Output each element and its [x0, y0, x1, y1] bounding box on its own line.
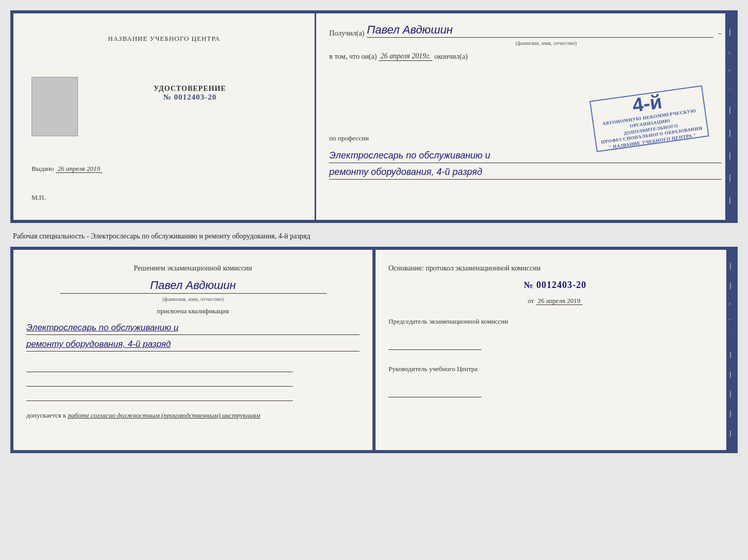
fio-label-top: (фамилия, имя, отчество) — [370, 40, 722, 46]
dopuskaetsya-block: допускается к работе согласно должностны… — [26, 411, 360, 420]
spine-dash-3 — [729, 130, 730, 137]
spine-letter-a: а — [727, 69, 733, 72]
doc-right: Получил(а) Павел Авдюшин – (фамилия, имя… — [316, 13, 735, 220]
vydano-block: Выдано 26 апреля 2019 — [26, 165, 302, 173]
udostoverenie-title: УДОСТОВЕРЕНИЕ — [78, 85, 302, 93]
mp-block: М.П. — [26, 194, 45, 202]
sig-lines — [26, 362, 360, 401]
profession-value2: ремонту оборудования, 4-й разряд — [329, 165, 722, 180]
ot-date: от 26 апреля 2019 — [388, 297, 722, 305]
spine-dash-6 — [729, 197, 730, 204]
qualification-value2: ремонту оборудования, 4-й разряд — [26, 337, 360, 351]
spine-bottom-right: и а ← — [726, 250, 735, 450]
vtom-date: 26 апреля 2019г. — [379, 52, 432, 61]
protocol-number: № 0012403-20 — [388, 280, 722, 291]
doc-left: НАЗВАНИЕ УЧЕБНОГО ЦЕНТРА УДОСТОВЕРЕНИЕ №… — [13, 13, 316, 220]
vydano-date: 26 апреля 2019 — [56, 165, 102, 173]
bottom-left: Решением экзаменационной комиссии Павел … — [10, 247, 374, 453]
vtom-line: в том, что он(а) 26 апреля 2019г. окончи… — [329, 52, 722, 61]
spine-dash-5 — [729, 174, 730, 182]
poluchil-line: Получил(а) Павел Авдюшин – — [329, 24, 722, 38]
poluchil-name: Павел Авдюшин — [367, 24, 713, 38]
bottom-right: Основание: протокол экзаменационной коми… — [374, 247, 738, 453]
top-document: НАЗВАНИЕ УЧЕБНОГО ЦЕНТРА УДОСТОВЕРЕНИЕ №… — [10, 10, 738, 223]
okonchil: окончил(а) — [434, 53, 468, 61]
rukovoditel-block: Руководитель учебного Центра — [388, 364, 722, 400]
sig-line-1 — [26, 362, 293, 372]
sig-line-3 — [26, 391, 293, 401]
person-name-large: Павел Авдюшин — [60, 279, 326, 294]
center-name-top: НАЗВАНИЕ УЧЕБНОГО ЦЕНТРА — [108, 34, 220, 43]
spine-letter-i: и — [727, 52, 733, 54]
chairman-block: Председатель экзаменационной комиссии — [388, 316, 722, 353]
dopusk-prefix: допускается к — [26, 411, 66, 419]
spine-dash-2 — [729, 107, 730, 114]
dopusk-italic: работе согласно должностным (производств… — [68, 411, 260, 419]
spine-dash-4 — [729, 152, 730, 159]
ot-date-value: 26 апреля 2019 — [536, 297, 583, 305]
bottom-documents: Решением экзаменационной комиссии Павел … — [10, 247, 738, 453]
spine-right: и а ← — [725, 13, 735, 220]
rukovoditel-label: Руководитель учебного Центра — [388, 364, 722, 374]
ot-label: от — [527, 297, 534, 305]
sig-line-2 — [26, 376, 293, 387]
fio-label-bottom: (фамилия, имя, отчество) — [162, 296, 224, 302]
profession-value1: Электрослесарь по обслуживанию и — [329, 149, 722, 163]
spine-letter-arrow: ← — [727, 87, 733, 91]
page-wrapper: НАЗВАНИЕ УЧЕБНОГО ЦЕНТРА УДОСТОВЕРЕНИЕ №… — [10, 10, 738, 453]
vydano-label: Выдано — [32, 165, 54, 172]
separator-text: Рабочая специальность - Электрослесарь п… — [10, 228, 738, 242]
qualification-value1: Электрослесарь по обслуживанию и — [26, 321, 360, 335]
poluchil-label: Получил(а) — [329, 29, 364, 38]
prisvoena-label: присвоена квалификация — [26, 307, 360, 315]
udostoverenie-number: № 0012403-20 — [78, 93, 302, 102]
spine-dash-1 — [729, 29, 730, 36]
resheniem-title: Решением экзаменационной комиссии — [26, 263, 360, 274]
chairman-label: Председатель экзаменационной комиссии — [388, 316, 722, 327]
rukovoditel-sig-line — [388, 387, 481, 397]
photo-placeholder — [32, 77, 78, 136]
osnovanie-title: Основание: протокол экзаменационной коми… — [388, 263, 722, 274]
vtom-prefix: в том, что он(а) — [329, 53, 377, 61]
chairman-sig-line — [388, 340, 481, 350]
